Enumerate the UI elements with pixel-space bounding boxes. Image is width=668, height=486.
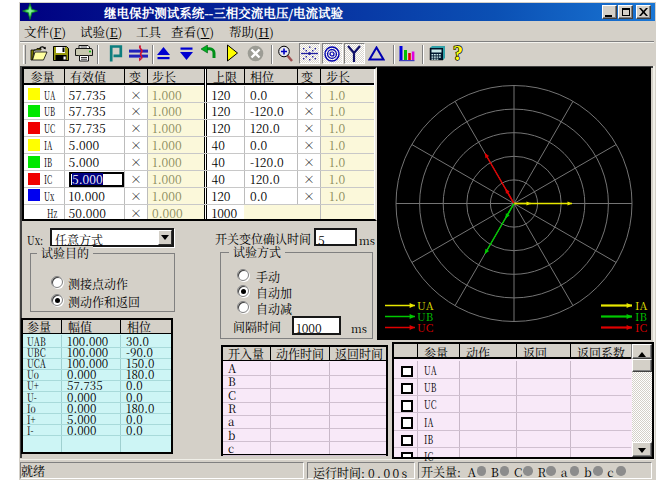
svg-text:?: ? [453,44,463,62]
svg-text:IC: IC [635,319,647,335]
svg-text:UC: UC [417,319,434,335]
